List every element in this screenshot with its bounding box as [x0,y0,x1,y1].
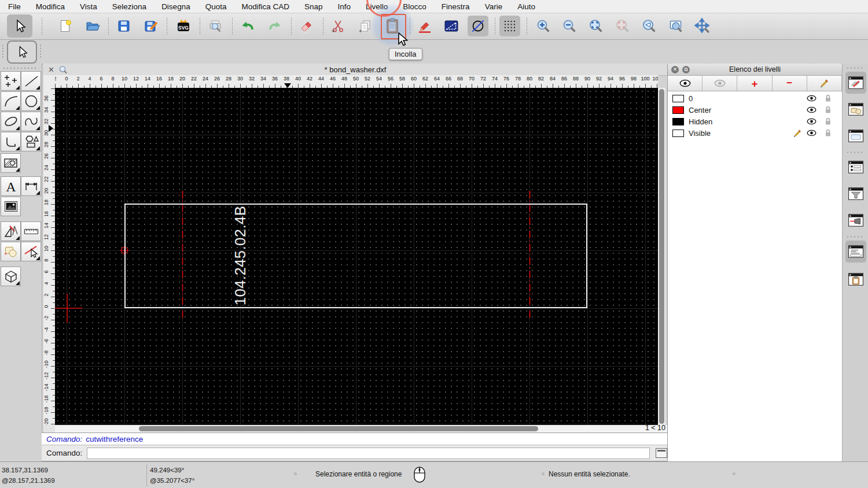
menu-modifica[interactable]: Modifica [36,2,65,11]
draft-mode-button[interactable] [468,16,488,36]
distance-info-button[interactable] [441,16,462,36]
menu-varie[interactable]: Varie [485,2,503,11]
horizontal-scrollbar[interactable] [55,425,667,433]
layer-row-center[interactable]: Center [668,104,842,116]
modify-tools-button[interactable] [1,221,21,241]
layer-lock-icon[interactable] [825,129,832,137]
select-tool-button[interactable] [7,14,32,38]
remove-layer-button[interactable]: − [773,76,807,91]
dock-block-list-button[interactable] [845,98,866,120]
grid-toggle-button[interactable] [499,16,520,36]
menu-quota[interactable]: Quota [205,2,227,11]
zoom-previous-button[interactable] [639,16,660,36]
polyline-tool-button[interactable] [1,132,21,151]
zoom-out-button[interactable] [559,16,580,36]
layer-visibility-icon[interactable] [807,95,816,102]
layer-row-0[interactable]: 0 [668,93,842,104]
layer-lock-icon[interactable] [825,117,832,125]
command-history: Comando: cutwithreference [42,432,667,445]
save-button[interactable] [113,16,134,36]
new-file-button[interactable] [55,16,76,36]
layer-name: 0 [689,94,693,103]
layer-lock-icon[interactable] [825,94,832,102]
cut-button[interactable]: + [328,16,348,36]
circle-tool-button[interactable] [21,91,41,111]
hatch-tool-button[interactable] [1,153,21,173]
copy-button[interactable]: + [355,16,376,36]
menu-finestra[interactable]: Finestra [442,2,470,11]
print-preview-button[interactable] [205,16,226,36]
vscroll-thumb[interactable] [659,89,664,424]
layer-lock-icon[interactable] [825,106,832,114]
document-zoom-icon[interactable] [58,65,68,74]
dimension-tool-button[interactable] [21,176,41,196]
zoom-factor-label: 1 < 10 [635,424,665,432]
3d-box-button[interactable] [1,267,21,286]
image-tool-button[interactable] [1,197,21,216]
menu-disegna[interactable]: Disegna [161,2,190,11]
menu-blocco[interactable]: Blocco [403,2,426,11]
menu-vista[interactable]: Vista [80,2,97,11]
delete-button[interactable] [296,16,317,36]
redo-button[interactable] [264,16,285,36]
copy-icon: + [358,19,373,34]
selection-tools-button[interactable] [7,40,37,64]
zoom-in-button[interactable] [533,16,554,36]
spline-tool-button[interactable] [21,112,41,131]
menu-modifica-cad[interactable]: Modifica CAD [241,2,289,11]
boolean-shapes-button[interactable] [1,242,21,261]
dock-clipboard-button[interactable] [845,268,866,290]
paste-button[interactable] [382,16,403,36]
add-layer-button[interactable]: ＋ [737,76,772,91]
dock-relative-zero-button[interactable] [845,209,866,231]
qcad-window: File Modifica Vista Seleziona Disegna Qu… [0,0,868,488]
washer-rectangle-entity[interactable] [124,204,587,308]
eraser-icon [299,19,314,34]
arc-tool-button[interactable] [1,91,21,111]
edit-layer-button[interactable] [807,76,842,91]
menu-livello[interactable]: Livello [366,2,388,11]
menu-aiuto[interactable]: Aiuto [517,2,535,11]
select-entity-button[interactable] [21,242,41,261]
ellipse-tool-button[interactable] [1,112,21,131]
dock-command-line-button[interactable] [845,241,866,263]
layer-name: Hidden [689,117,712,126]
layer-visibility-icon[interactable] [807,106,816,113]
hide-all-layers-button[interactable] [703,76,737,91]
zoom-auto-button[interactable] [586,16,606,36]
line-tool-button[interactable] [21,71,41,91]
pan-button[interactable] [692,16,713,36]
layer-row-visible[interactable]: Visible [668,127,842,139]
dock-layer-list-button[interactable] [845,72,866,94]
hscroll-thumb[interactable] [139,426,538,431]
menu-file[interactable]: File [8,2,21,11]
dock-view-list-button[interactable] [845,125,866,147]
red-pencil-icon [417,19,432,34]
edit-properties-button[interactable] [414,16,435,36]
vertical-scrollbar[interactable] [658,88,665,425]
menu-seleziona[interactable]: Seleziona [112,2,146,11]
layer-visibility-icon[interactable] [807,118,816,125]
dock-property-editor-button[interactable] [845,156,866,178]
layer-visibility-icon[interactable] [807,130,816,136]
part-number-text[interactable]: 104.245.02.4B [232,206,249,305]
show-all-layers-button[interactable] [668,76,703,91]
zoom-window-button[interactable] [665,16,686,36]
dock-selection-filter-button[interactable] [845,183,866,205]
command-detach-button[interactable] [656,448,667,458]
layer-row-hidden[interactable]: Hidden [668,116,842,127]
drawing-canvas[interactable]: 104.245.02.4B [55,88,658,425]
svg-export-button[interactable]: SVG [173,16,194,36]
menu-snap[interactable]: Snap [304,2,323,11]
measure-tool-button[interactable] [21,221,41,241]
shapes-tool-button[interactable] [21,132,41,151]
command-input[interactable] [87,448,650,459]
open-file-button[interactable] [82,16,103,36]
zoom-selection-button[interactable] [612,16,633,36]
undo-button[interactable] [237,16,258,36]
menu-info[interactable]: Info [338,2,351,11]
save-as-button[interactable] [141,16,161,36]
text-tool-icon: A [3,179,19,194]
point-tool-button[interactable] [1,71,21,91]
text-tool-button[interactable]: A [1,176,21,196]
